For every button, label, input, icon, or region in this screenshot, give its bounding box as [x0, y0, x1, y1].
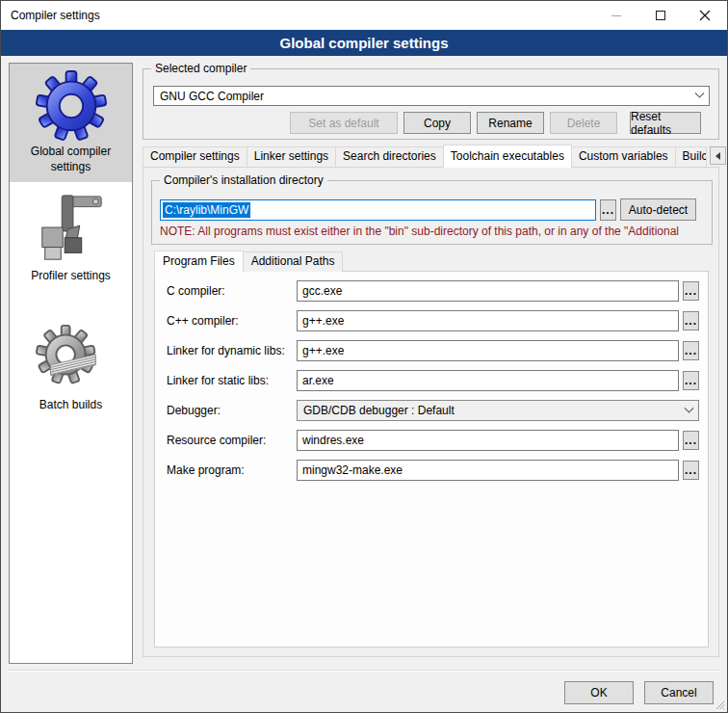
browse-linker-static-button[interactable]: ... [683, 371, 699, 390]
resource-compiler-input[interactable] [297, 430, 679, 451]
tab-toolchain-executables[interactable]: Toolchain executables [443, 145, 572, 168]
window-title: Compiler settings [1, 9, 100, 22]
settings-category-list: Global compiler settings Profiler settin… [9, 63, 133, 664]
installation-directory-value: C:\raylib\MinGW [163, 202, 250, 218]
group-label: Selected compiler [151, 62, 250, 75]
footer-divider [9, 670, 719, 672]
tab-build-options[interactable]: Builc [675, 146, 707, 167]
installation-directory-group: Compiler's installation directory C:\ray… [151, 180, 713, 245]
bin-subdirectory-note: NOTE: All programs must exist either in … [160, 224, 707, 238]
selected-compiler-group: Selected compiler GNU GCC Compiler Set a… [143, 68, 719, 140]
compiler-select-value: GNU GCC Compiler [160, 90, 264, 103]
browse-directory-button[interactable]: ... [600, 199, 616, 221]
field-row-c-compiler: C compiler: ... [155, 280, 708, 302]
tab-linker-settings[interactable]: Linker settings [247, 146, 336, 167]
maximize-icon [656, 11, 665, 20]
set-as-default-button: Set as default [290, 112, 398, 134]
delete-button: Delete [550, 112, 617, 134]
field-label: Resource compiler: [167, 430, 266, 451]
chevron-down-icon [695, 89, 705, 98]
compiler-settings-dialog: Compiler settings Global compiler settin… [0, 0, 728, 713]
program-files-tabstrip: Program Files Additional Paths [154, 251, 343, 272]
field-row-debugger: Debugger: GDB/CDB debugger : Default [155, 400, 708, 421]
sidebar-item-label: Batch builds [39, 398, 102, 413]
tab-program-files[interactable]: Program Files [154, 251, 244, 273]
settings-tabstrip: Compiler settings Linker settings Search… [143, 145, 728, 167]
browse-cpp-compiler-button[interactable]: ... [683, 311, 699, 330]
field-label: Make program: [167, 460, 245, 481]
sidebar-item-label: Profiler settings [31, 269, 111, 284]
field-label: Linker for dynamic libs: [167, 340, 285, 361]
maximize-button[interactable] [638, 1, 683, 30]
minimize-button [594, 1, 638, 30]
field-label: Debugger: [167, 400, 221, 421]
field-row-resource-compiler: Resource compiler: ... [155, 430, 708, 451]
c-compiler-input[interactable] [297, 280, 679, 302]
sidebar-item-profiler-settings[interactable]: Profiler settings [10, 188, 132, 292]
banner-title: Global compiler settings [279, 35, 448, 51]
tab-additional-paths[interactable]: Additional Paths [243, 251, 344, 272]
field-label: C++ compiler: [167, 310, 239, 331]
debugger-select[interactable]: GDB/CDB debugger : Default [297, 400, 699, 421]
installation-directory-input[interactable]: C:\raylib\MinGW [160, 199, 596, 221]
reset-defaults-button[interactable]: Reset defaults [630, 112, 701, 134]
field-row-linker-static: Linker for static libs: ... [155, 370, 708, 391]
title-bar: Compiler settings [1, 1, 727, 30]
browse-resource-compiler-button[interactable]: ... [683, 431, 699, 450]
chevron-down-icon [685, 403, 694, 412]
cpp-compiler-input[interactable] [297, 310, 679, 331]
field-row-make-program: Make program: ... [155, 460, 708, 481]
browse-c-compiler-button[interactable]: ... [683, 281, 699, 301]
ok-button[interactable]: OK [564, 681, 634, 704]
field-row-cpp-compiler: C++ compiler: ... [155, 310, 708, 331]
close-icon [699, 10, 711, 21]
group-label: Compiler's installation directory [160, 173, 327, 187]
triangle-left-icon [715, 152, 720, 160]
browse-make-program-button[interactable]: ... [683, 461, 699, 480]
sidebar-item-global-compiler-settings[interactable]: Global compiler settings [10, 64, 132, 182]
minimize-icon [611, 15, 621, 16]
tab-custom-variables[interactable]: Custom variables [571, 146, 676, 167]
close-button[interactable] [683, 1, 727, 30]
tab-compiler-settings[interactable]: Compiler settings [143, 146, 247, 167]
rename-button[interactable]: Rename [477, 112, 544, 134]
sidebar-item-label: Global compiler settings [12, 145, 130, 174]
field-label: Linker for static libs: [167, 370, 269, 391]
linker-dynamic-input[interactable] [297, 340, 679, 361]
caption-buttons [594, 1, 727, 30]
sidebar-item-batch-builds[interactable]: Batch builds [10, 317, 132, 421]
debugger-select-value: GDB/CDB debugger : Default [303, 404, 455, 417]
copy-button[interactable]: Copy [403, 112, 471, 134]
tab-search-directories[interactable]: Search directories [335, 146, 444, 167]
linker-static-input[interactable] [297, 370, 679, 391]
cancel-button[interactable]: Cancel [644, 681, 714, 704]
field-label: C compiler: [167, 280, 225, 302]
auto-detect-button[interactable]: Auto-detect [620, 198, 696, 221]
gear-stack-icon [34, 321, 109, 396]
make-program-input[interactable] [297, 460, 679, 481]
toolchain-executables-page: Compiler's installation directory C:\ray… [143, 167, 719, 657]
program-files-page: C compiler: ... C++ compiler: ... Linker… [154, 271, 709, 647]
caliper-icon [34, 192, 109, 267]
compiler-actions: Set as default Copy Rename Delete Reset … [290, 112, 701, 134]
compiler-select[interactable]: GNU GCC Compiler [153, 86, 710, 106]
tab-scroll-buttons [709, 146, 728, 165]
field-row-linker-dynamic: Linker for dynamic libs: ... [155, 340, 708, 361]
tab-scroll-left-button[interactable] [710, 146, 726, 165]
dialog-banner: Global compiler settings [1, 30, 727, 56]
resize-grip[interactable] [715, 700, 725, 710]
blue-gear-icon [34, 67, 109, 143]
browse-linker-dynamic-button[interactable]: ... [683, 341, 699, 360]
